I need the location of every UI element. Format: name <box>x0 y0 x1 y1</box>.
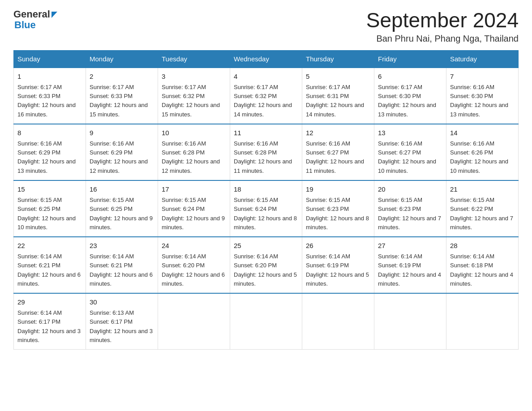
day-info: Sunrise: 6:16 AMSunset: 6:30 PMDaylight:… <box>450 84 508 117</box>
day-number: 21 <box>450 184 515 195</box>
day-number: 6 <box>378 72 442 82</box>
day-number: 1 <box>17 72 82 82</box>
day-number: 8 <box>17 128 82 138</box>
calendar-day-cell: 10 Sunrise: 6:16 AMSunset: 6:28 PMDaylig… <box>158 124 230 180</box>
calendar-day-cell: 18 Sunrise: 6:15 AMSunset: 6:24 PMDaylig… <box>230 180 302 237</box>
calendar-week-row: 1 Sunrise: 6:17 AMSunset: 6:33 PMDayligh… <box>14 68 519 124</box>
calendar-day-cell: 2 Sunrise: 6:17 AMSunset: 6:33 PMDayligh… <box>86 68 158 124</box>
day-info: Sunrise: 6:14 AMSunset: 6:20 PMDaylight:… <box>234 253 297 287</box>
calendar-week-row: 15 Sunrise: 6:15 AMSunset: 6:25 PMDaylig… <box>14 180 519 237</box>
day-info: Sunrise: 6:15 AMSunset: 6:22 PMDaylight:… <box>450 197 513 230</box>
calendar-day-cell: 4 Sunrise: 6:17 AMSunset: 6:32 PMDayligh… <box>230 68 302 124</box>
day-number: 17 <box>162 184 226 195</box>
calendar-day-cell <box>446 293 519 350</box>
location-subtitle: Ban Phru Nai, Phang Nga, Thailand <box>366 34 519 44</box>
day-info: Sunrise: 6:14 AMSunset: 6:21 PMDaylight:… <box>17 253 81 287</box>
day-number: 11 <box>234 128 298 138</box>
calendar-day-cell: 16 Sunrise: 6:15 AMSunset: 6:25 PMDaylig… <box>86 180 158 237</box>
calendar-header-cell: Tuesday <box>158 50 230 68</box>
day-number: 16 <box>90 184 154 195</box>
day-number: 18 <box>234 184 298 195</box>
day-info: Sunrise: 6:17 AMSunset: 6:32 PMDaylight:… <box>162 84 220 117</box>
day-info: Sunrise: 6:17 AMSunset: 6:30 PMDaylight:… <box>378 84 436 117</box>
calendar-header-cell: Friday <box>374 50 446 68</box>
calendar-header-cell: Saturday <box>446 50 519 68</box>
calendar-day-cell: 25 Sunrise: 6:14 AMSunset: 6:20 PMDaylig… <box>230 237 302 293</box>
day-info: Sunrise: 6:14 AMSunset: 6:20 PMDaylight:… <box>162 253 225 287</box>
day-number: 25 <box>234 241 298 251</box>
day-info: Sunrise: 6:14 AMSunset: 6:18 PMDaylight:… <box>450 253 513 287</box>
day-number: 30 <box>90 297 154 308</box>
day-info: Sunrise: 6:16 AMSunset: 6:29 PMDaylight:… <box>17 140 76 174</box>
day-info: Sunrise: 6:16 AMSunset: 6:29 PMDaylight:… <box>90 140 148 174</box>
day-info: Sunrise: 6:13 AMSunset: 6:17 PMDaylight:… <box>90 309 153 343</box>
calendar-day-cell: 20 Sunrise: 6:15 AMSunset: 6:23 PMDaylig… <box>374 180 446 237</box>
day-info: Sunrise: 6:14 AMSunset: 6:19 PMDaylight:… <box>306 253 369 287</box>
calendar-day-cell: 22 Sunrise: 6:14 AMSunset: 6:21 PMDaylig… <box>14 237 86 293</box>
day-number: 4 <box>234 72 298 82</box>
day-number: 24 <box>162 241 226 251</box>
calendar-day-cell: 15 Sunrise: 6:15 AMSunset: 6:25 PMDaylig… <box>14 180 86 237</box>
calendar-day-cell: 27 Sunrise: 6:14 AMSunset: 6:19 PMDaylig… <box>374 237 446 293</box>
day-info: Sunrise: 6:17 AMSunset: 6:33 PMDaylight:… <box>17 84 76 117</box>
calendar-day-cell <box>302 293 374 350</box>
day-info: Sunrise: 6:16 AMSunset: 6:27 PMDaylight:… <box>306 140 364 174</box>
calendar-day-cell <box>374 293 446 350</box>
calendar-header-row: SundayMondayTuesdayWednesdayThursdayFrid… <box>14 50 519 68</box>
calendar-day-cell: 28 Sunrise: 6:14 AMSunset: 6:18 PMDaylig… <box>446 237 519 293</box>
day-number: 26 <box>306 241 370 251</box>
calendar-day-cell: 14 Sunrise: 6:16 AMSunset: 6:26 PMDaylig… <box>446 124 519 180</box>
day-number: 27 <box>378 241 442 251</box>
day-number: 14 <box>450 128 515 138</box>
day-info: Sunrise: 6:17 AMSunset: 6:31 PMDaylight:… <box>306 84 364 117</box>
title-section: September 2024 Ban Phru Nai, Phang Nga, … <box>366 9 519 44</box>
day-info: Sunrise: 6:17 AMSunset: 6:32 PMDaylight:… <box>234 84 292 117</box>
day-info: Sunrise: 6:15 AMSunset: 6:23 PMDaylight:… <box>306 197 369 230</box>
logo-general-text: General <box>13 9 50 20</box>
calendar-day-cell: 24 Sunrise: 6:14 AMSunset: 6:20 PMDaylig… <box>158 237 230 293</box>
calendar-day-cell: 26 Sunrise: 6:14 AMSunset: 6:19 PMDaylig… <box>302 237 374 293</box>
day-info: Sunrise: 6:16 AMSunset: 6:28 PMDaylight:… <box>234 140 292 174</box>
logo: General Blue <box>13 9 57 30</box>
calendar-day-cell: 21 Sunrise: 6:15 AMSunset: 6:22 PMDaylig… <box>446 180 519 237</box>
day-number: 15 <box>17 184 82 195</box>
day-number: 22 <box>17 241 82 251</box>
calendar-day-cell: 23 Sunrise: 6:14 AMSunset: 6:21 PMDaylig… <box>86 237 158 293</box>
day-info: Sunrise: 6:14 AMSunset: 6:19 PMDaylight:… <box>378 253 441 287</box>
day-info: Sunrise: 6:17 AMSunset: 6:33 PMDaylight:… <box>90 84 148 117</box>
day-info: Sunrise: 6:15 AMSunset: 6:24 PMDaylight:… <box>234 197 297 230</box>
calendar-week-row: 8 Sunrise: 6:16 AMSunset: 6:29 PMDayligh… <box>14 124 519 180</box>
calendar-header-cell: Thursday <box>302 50 374 68</box>
day-info: Sunrise: 6:14 AMSunset: 6:21 PMDaylight:… <box>90 253 153 287</box>
day-number: 20 <box>378 184 442 195</box>
day-number: 13 <box>378 128 442 138</box>
calendar-day-cell: 9 Sunrise: 6:16 AMSunset: 6:29 PMDayligh… <box>86 124 158 180</box>
calendar-day-cell: 19 Sunrise: 6:15 AMSunset: 6:23 PMDaylig… <box>302 180 374 237</box>
day-info: Sunrise: 6:16 AMSunset: 6:26 PMDaylight:… <box>450 140 508 174</box>
day-number: 23 <box>90 241 154 251</box>
day-number: 28 <box>450 241 515 251</box>
day-info: Sunrise: 6:15 AMSunset: 6:25 PMDaylight:… <box>17 197 76 230</box>
day-info: Sunrise: 6:16 AMSunset: 6:28 PMDaylight:… <box>162 140 220 174</box>
calendar-day-cell: 30 Sunrise: 6:13 AMSunset: 6:17 PMDaylig… <box>86 293 158 350</box>
calendar-table: SundayMondayTuesdayWednesdayThursdayFrid… <box>13 50 519 350</box>
day-number: 5 <box>306 72 370 82</box>
calendar-day-cell: 1 Sunrise: 6:17 AMSunset: 6:33 PMDayligh… <box>14 68 86 124</box>
day-number: 10 <box>162 128 226 138</box>
day-info: Sunrise: 6:15 AMSunset: 6:24 PMDaylight:… <box>162 197 225 230</box>
calendar-week-row: 22 Sunrise: 6:14 AMSunset: 6:21 PMDaylig… <box>14 237 519 293</box>
calendar-header-cell: Monday <box>86 50 158 68</box>
day-number: 7 <box>450 72 515 82</box>
day-info: Sunrise: 6:15 AMSunset: 6:25 PMDaylight:… <box>90 197 153 230</box>
day-number: 12 <box>306 128 370 138</box>
calendar-header-cell: Wednesday <box>230 50 302 68</box>
day-info: Sunrise: 6:14 AMSunset: 6:17 PMDaylight:… <box>17 309 81 343</box>
calendar-day-cell: 3 Sunrise: 6:17 AMSunset: 6:32 PMDayligh… <box>158 68 230 124</box>
page-header: General Blue September 2024 Ban Phru Nai… <box>13 9 519 44</box>
calendar-day-cell: 13 Sunrise: 6:16 AMSunset: 6:27 PMDaylig… <box>374 124 446 180</box>
calendar-day-cell: 29 Sunrise: 6:14 AMSunset: 6:17 PMDaylig… <box>14 293 86 350</box>
day-info: Sunrise: 6:15 AMSunset: 6:23 PMDaylight:… <box>378 197 441 230</box>
calendar-day-cell: 7 Sunrise: 6:16 AMSunset: 6:30 PMDayligh… <box>446 68 519 124</box>
calendar-day-cell: 8 Sunrise: 6:16 AMSunset: 6:29 PMDayligh… <box>14 124 86 180</box>
calendar-day-cell: 17 Sunrise: 6:15 AMSunset: 6:24 PMDaylig… <box>158 180 230 237</box>
